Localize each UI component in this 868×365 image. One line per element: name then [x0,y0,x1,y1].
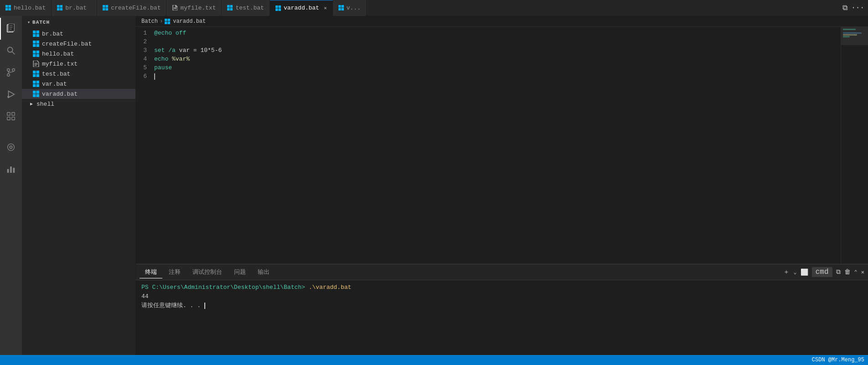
activity-remote[interactable] [0,136,22,158]
terminal-tab-terminal[interactable]: 终端 [140,266,162,278]
sidebar-item-createfile-bat[interactable]: createFile.bat [22,39,135,49]
line-content: pause [154,63,841,72]
svg-rect-48 [7,169,9,173]
svg-rect-17 [230,8,233,11]
line-number: 3 [136,46,154,55]
split-terminal-icon[interactable]: ⧉ [836,268,841,276]
file-name: var.bat [42,81,67,87]
activity-search[interactable] [0,40,22,62]
activity-source-control[interactable] [0,62,22,83]
tab-label: v... [347,5,361,11]
line-content: set /a var = 10*5-6 [154,46,841,55]
chevron-up-icon[interactable]: ⌃ [854,269,858,276]
code-line-2: 2 [136,37,841,46]
line-number: 5 [136,63,154,72]
terminal-chevron-icon[interactable]: ⌄ [793,269,796,276]
windows-icon [227,5,233,10]
svg-point-41 [7,96,10,98]
code-editor[interactable]: 1 @echo off 2 3 set /a var = 10*5-6 [136,27,841,264]
line-content: @echo off [154,29,841,37]
sidebar-item-hello-bat[interactable]: hello.bat [22,49,135,59]
svg-rect-68 [33,74,36,77]
svg-rect-80 [165,21,167,24]
svg-rect-76 [33,94,36,97]
svg-rect-5 [60,5,63,8]
more-actions-icon[interactable]: ··· [851,4,864,12]
svg-rect-19 [278,5,281,8]
activity-extensions[interactable] [0,105,22,127]
tab-close-button[interactable]: ✕ [324,5,327,11]
svg-rect-44 [7,117,10,120]
activity-files[interactable] [0,18,22,40]
windows-icon [103,5,108,10]
activity-analytics[interactable] [0,158,22,180]
sidebar-item-myfile-txt[interactable]: myfile.txt [22,59,135,69]
activity-run[interactable] [0,83,22,105]
terminal-cmd-label[interactable]: cmd [812,267,832,277]
close-terminal-icon[interactable]: ✕ [861,269,864,276]
svg-rect-51 [33,31,36,33]
windows-icon [275,5,281,11]
sidebar-item-var-bat[interactable]: var.bat [22,79,135,89]
line-number: 4 [136,55,154,63]
svg-rect-43 [12,113,15,115]
add-terminal-icon[interactable]: ＋ [783,268,790,276]
terminal-content[interactable]: PS C:\Users\Administrator\Desktop\shell\… [136,280,868,355]
tab-hello-bat[interactable]: hello.bat [0,0,52,16]
svg-rect-21 [278,8,281,11]
terminal-tab-comments[interactable]: 注释 [163,266,186,278]
svg-rect-70 [33,81,36,83]
svg-point-34 [8,47,13,52]
split-editor-icon[interactable]: ⧉ [842,4,847,12]
minimap-line [843,36,850,37]
svg-point-47 [10,146,12,149]
terminal-area: 终端 注释 调试控制台 问题 输出 ＋ ⌄ ⬜ cmd ⧉ 🗑 ⌃ ✕ [136,264,868,355]
windows-icon [338,5,344,10]
delete-terminal-icon[interactable]: 🗑 [844,268,851,276]
svg-point-37 [7,74,10,77]
sidebar-item-varadd-bat[interactable]: varadd.bat [22,89,135,99]
windows-icon [33,31,39,37]
svg-rect-49 [10,167,12,173]
terminal-tab-output[interactable]: 输出 [252,266,275,278]
svg-point-36 [7,69,10,72]
tab-myfile-txt[interactable]: myfile.txt [166,0,222,16]
tab-label: br.bat [65,5,87,11]
tab-overflow[interactable]: v... [333,0,367,16]
svg-rect-11 [106,8,109,11]
svg-rect-74 [33,91,36,93]
file-name: br.bat [42,31,63,37]
svg-rect-57 [33,44,36,47]
terminal-tab-problems[interactable]: 问题 [229,266,251,278]
line-content: echo %var% [154,55,841,63]
windows-icon [33,91,39,97]
sidebar-item-test-bat[interactable]: test.bat [22,69,135,79]
svg-rect-73 [36,84,39,87]
svg-rect-77 [36,94,39,97]
file-text-icon [33,61,39,67]
editor-with-minimap: 1 @echo off 2 3 set /a var = 10*5-6 [136,27,868,264]
svg-point-46 [8,144,15,151]
svg-rect-66 [33,71,36,73]
files-icon [6,24,16,34]
terminal-icon[interactable]: ⬜ [800,268,808,276]
terminal-command: .\varadd.bat [309,284,352,291]
tab-varadd-bat[interactable]: varadd.bat ✕ [270,0,333,16]
line-number: 6 [136,72,154,81]
tab-test-bat[interactable]: test.bat [222,0,270,16]
terminal-line-3: 请按任意键继续. . . [141,301,863,310]
breadcrumb-file: varadd.bat [173,18,206,25]
svg-rect-50 [13,168,15,173]
sidebar-item-shell-folder[interactable]: ▶ shell [22,99,135,109]
terminal-tab-debug-console[interactable]: 调试控制台 [187,266,228,278]
svg-rect-81 [168,21,171,24]
sidebar-item-br-bat[interactable]: br.bat [22,29,135,39]
tab-label: test.bat [235,5,264,11]
tab-createfile-bat[interactable]: createFile.bat [97,0,166,16]
tab-br-bat[interactable]: br.bat [52,0,97,16]
windows-icon [33,41,39,47]
svg-rect-56 [36,41,39,43]
run-icon [6,89,16,99]
svg-rect-10 [103,8,105,11]
svg-rect-79 [168,19,171,21]
